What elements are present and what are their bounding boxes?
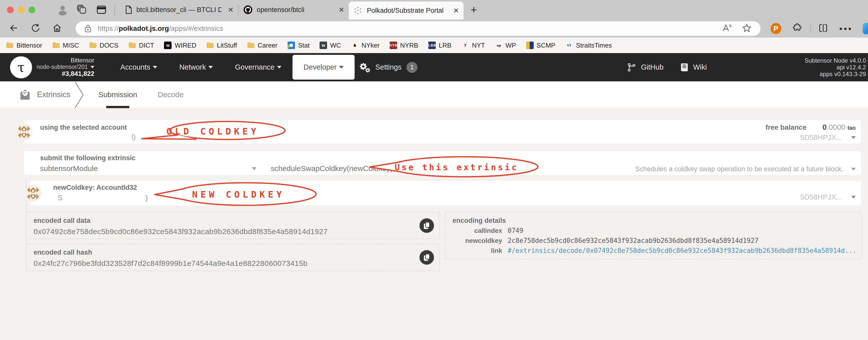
external-links: GitHub Wiki (627, 63, 707, 72)
chevron-down-icon[interactable] (851, 136, 856, 139)
window-zoom-button[interactable] (29, 6, 35, 13)
favorite-star-icon[interactable] (742, 23, 752, 34)
split-screen-icon[interactable] (818, 23, 829, 34)
method-description: Schedules a coldkey swap operation to be… (636, 165, 843, 173)
bookmark-folder-bittensor[interactable]: Bittensor (6, 41, 42, 49)
extensions-puzzle-icon[interactable] (793, 23, 803, 34)
address-bar[interactable]: https://polkadot.js.org/apps/#/extrinsic… (75, 21, 761, 36)
param-identicon (24, 185, 42, 202)
tab-submission[interactable]: Submission (98, 81, 137, 108)
polkadot-extension-icon[interactable]: P (771, 23, 781, 34)
tab-title: btcli.bittensor_cli — BTCLI Docs (136, 6, 221, 14)
browser-tab-github-btcli[interactable]: opentensor/btcli ✕ (239, 0, 349, 20)
nav-governance[interactable]: Governance (224, 53, 292, 81)
folder-icon (247, 41, 255, 49)
wiki-link[interactable]: Wiki (680, 63, 707, 72)
screen: btcli.bittensor_cli — BTCLI Docs ✕ opent… (0, 0, 868, 340)
encoding-details-title: encoding details (453, 217, 506, 224)
stat-icon (287, 41, 295, 49)
encoded-call-hash-box: encoded call hash 0x24fc27c796be3fdd3235… (26, 244, 440, 271)
chevron-down-icon (208, 66, 213, 69)
nav-settings[interactable]: Settings 1 (360, 62, 417, 73)
bittensor-logo[interactable]: τ (10, 56, 32, 79)
browser-profile-avatar[interactable] (57, 4, 68, 16)
encoded-call-hash-label: encoded call hash (34, 249, 92, 256)
encoded-call-data-value: 0x07492c8e758dec5b9cd0c86e932ce5843f932a… (34, 227, 328, 236)
bookmark-lrb[interactable]: LRBLRB (428, 41, 452, 49)
tab-close-icon[interactable]: ✕ (339, 6, 344, 14)
app-header: τ Bittensor node-subtensor/201 #3,841,82… (0, 53, 868, 81)
node-version: Subtensor Node v4.0.0 (805, 57, 866, 64)
reader-mode-icon[interactable] (721, 23, 732, 34)
block-number: #3,841,822 (37, 70, 94, 78)
tab-close-icon[interactable]: ✕ (228, 6, 234, 14)
bookmark-nyt[interactable]: TNYT (462, 41, 485, 49)
tab-title: Polkadot/Substrate Portal (367, 7, 443, 14)
bookmark-straitstimes[interactable]: STStraitsTimes (565, 41, 612, 49)
bookmark-folder-docs[interactable]: DOCS (89, 41, 119, 49)
tabstrip-divider (115, 4, 115, 15)
lrb-icon: LRB (428, 41, 436, 49)
settings-label: Settings (375, 63, 401, 71)
nav-developer[interactable]: Developer (292, 55, 354, 80)
bookmarks-bar: Bittensor MISC DOCS DICT WWIRED LitStuff… (0, 37, 868, 53)
bookmark-folder-dict[interactable]: DICT (128, 41, 154, 49)
toolbar-divider (810, 24, 811, 34)
detail-row-link: link #/extrinsics/decode/0x07492c8e758de… (445, 247, 862, 255)
param-value-redacted: S) (58, 193, 148, 202)
home-icon[interactable] (52, 23, 62, 34)
github-link[interactable]: GitHub (627, 63, 663, 72)
extrinsics-tab-bar: Extrinsics Submission Decode (0, 81, 868, 108)
account-identicon (15, 123, 33, 141)
tab-close-icon[interactable]: ✕ (453, 6, 459, 15)
browser-tab-polkadot-portal[interactable]: Polkadot/Substrate Portal ✕ (349, 1, 464, 20)
reload-icon[interactable] (31, 23, 40, 34)
bookmark-folder-career[interactable]: Career (247, 41, 277, 49)
new-tab-button[interactable]: + (471, 3, 477, 16)
browser-toolbar: https://polkadot.js.org/apps/#/extrinsic… (0, 20, 868, 37)
free-balance-label: free balance (766, 123, 806, 131)
chevron-down-icon[interactable] (851, 196, 856, 198)
account-row-label: using the selected account (40, 124, 127, 131)
account-balance-block: free balance0.0000tao 5D58HPJX... (766, 123, 856, 142)
nav-network[interactable]: Network (168, 53, 224, 81)
chevron-down-icon[interactable] (851, 168, 856, 171)
bookmark-wired[interactable]: WWIRED (164, 41, 196, 49)
browser-tab-btcli-docs[interactable]: btcli.bittensor_cli — BTCLI Docs ✕ (120, 0, 238, 20)
sidebar-toggle-icon[interactable] (96, 4, 107, 15)
chevron-down-icon[interactable] (252, 167, 256, 170)
folder-icon (89, 41, 97, 49)
copy-call-data-button[interactable] (420, 218, 434, 233)
module-select[interactable]: subtensorModule (40, 164, 98, 173)
chevron-down-icon (277, 66, 281, 69)
copilot-icon[interactable] (863, 23, 868, 34)
bookmark-nyker[interactable]: ♞NYker (351, 41, 380, 49)
back-icon[interactable] (9, 23, 19, 34)
tab-decode[interactable]: Decode (158, 81, 184, 108)
bookmark-wc[interactable]: WWC (319, 41, 341, 49)
annotation-new-coldkey: NEW COLDKEY (153, 182, 318, 207)
nav-accounts[interactable]: Accounts (110, 53, 168, 81)
browser-tab-strip: btcli.bittensor_cli — BTCLI Docs ✕ opent… (0, 0, 868, 20)
chain-info[interactable]: Bittensor node-subtensor/201 #3,841,822 (37, 57, 94, 78)
bookmark-scmp[interactable]: SCMP (526, 41, 555, 49)
copy-call-hash-button[interactable] (420, 250, 434, 265)
window-close-button[interactable] (7, 6, 14, 13)
decode-link[interactable]: #/extrinsics/decode/0x07492c8e758dec5b9c… (508, 247, 857, 254)
window-minimize-button[interactable] (18, 6, 25, 13)
bookmark-nyrb[interactable]: NYRNYRB (390, 41, 418, 49)
bookmark-folder-litstuff[interactable]: LitStuff (206, 41, 237, 49)
bookmark-wp[interactable]: wpWP (495, 41, 516, 49)
url-text[interactable]: https://polkadot.js.org/apps/#/extrinsic… (98, 25, 712, 33)
more-menu-icon[interactable]: ••• (839, 24, 853, 34)
node-name: node-subtensor/201 (37, 64, 88, 70)
copy-icon (423, 221, 431, 230)
tab-groups-icon[interactable] (77, 4, 87, 15)
bookmark-folder-misc[interactable]: MISC (52, 41, 79, 49)
settings-badge: 1 (406, 62, 417, 73)
apps-version: apps v0.143.3-29 (805, 71, 866, 78)
section-divider-chevron (73, 81, 85, 108)
bookmark-stat[interactable]: Stat (287, 41, 310, 49)
wapo-icon: wp (495, 41, 503, 49)
annotation-use-this-extrinsic: Use this extrinsic (368, 156, 540, 178)
